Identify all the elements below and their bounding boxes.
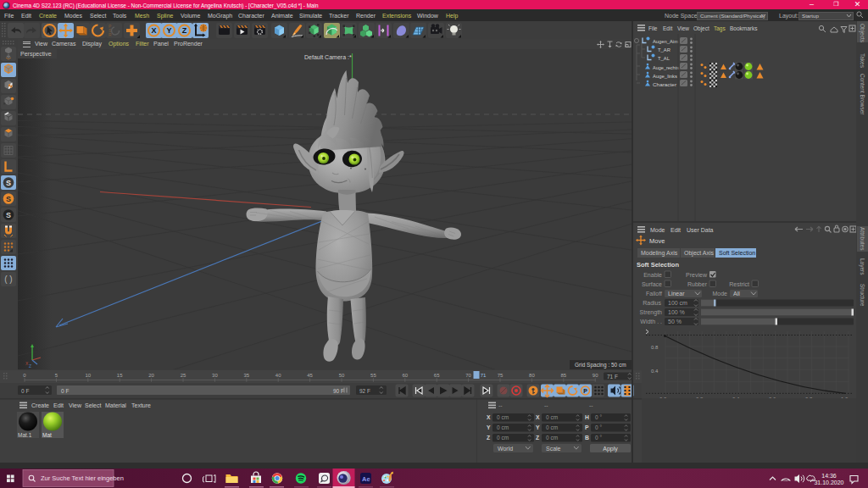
svg-text:Strength: Strength	[640, 309, 663, 316]
svg-text:Zur Suche Text hier eingeben: Zur Suche Text hier eingeben	[41, 474, 124, 482]
svg-text:0.4: 0.4	[651, 369, 659, 374]
svg-text:25: 25	[181, 373, 186, 378]
svg-text:S: S	[6, 195, 11, 203]
svg-text:0 °: 0 °	[595, 435, 602, 441]
svg-text:Rubber: Rubber	[687, 281, 708, 287]
svg-text:0 °: 0 °	[595, 414, 602, 420]
svg-text:Z: Z	[487, 435, 490, 441]
svg-text:85: 85	[560, 373, 566, 378]
svg-text:100 %: 100 %	[668, 309, 685, 315]
svg-text:Radius: Radius	[643, 300, 661, 306]
svg-text:60: 60	[402, 373, 408, 378]
svg-text:Restrict: Restrict	[729, 281, 749, 287]
svg-text:0 F: 0 F	[61, 388, 69, 394]
svg-text:14:36: 14:36	[821, 473, 837, 479]
svg-text:15: 15	[117, 373, 123, 378]
svg-text:--: --	[589, 402, 593, 408]
svg-text:Ae: Ae	[362, 475, 370, 483]
svg-text:75: 75	[498, 373, 504, 378]
svg-text:40: 40	[275, 373, 281, 378]
svg-text:T_AR: T_AR	[658, 47, 670, 53]
svg-text:Width . .: Width . .	[640, 319, 662, 324]
svg-text:--: --	[498, 402, 503, 408]
svg-text:Surface: Surface	[642, 281, 662, 287]
svg-text:92 F: 92 F	[359, 388, 370, 394]
svg-text:Mode: Mode	[650, 227, 665, 233]
svg-text:0 cm: 0 cm	[497, 435, 509, 441]
svg-text:Material: Material	[105, 402, 126, 408]
svg-text:Tags: Tags	[714, 25, 726, 32]
svg-text:0 cm: 0 cm	[497, 424, 509, 430]
svg-text:Create: Create	[31, 402, 49, 408]
svg-text:Z: Z	[182, 26, 187, 35]
svg-text:0 cm: 0 cm	[546, 435, 558, 441]
svg-text:Perspective: Perspective	[20, 51, 52, 58]
svg-text:70: 70	[465, 373, 471, 378]
svg-text:0 cm: 0 cm	[546, 424, 558, 430]
svg-text:( ): ( )	[4, 274, 12, 284]
svg-text:0 cm: 0 cm	[497, 414, 509, 420]
svg-text:Auge_rechts: Auge_rechts	[653, 65, 679, 70]
svg-text:0 F: 0 F	[21, 388, 29, 394]
svg-text:Y: Y	[536, 424, 540, 430]
svg-text:P: P	[583, 388, 587, 394]
svg-text:35: 35	[243, 373, 249, 378]
svg-text:Apply: Apply	[603, 446, 618, 452]
svg-text:0.8: 0.8	[651, 345, 659, 350]
svg-text:Move: Move	[649, 237, 665, 245]
svg-text:Z: Z	[536, 435, 539, 441]
svg-text:Y: Y	[487, 424, 491, 430]
svg-text:50: 50	[339, 373, 345, 378]
svg-text:90 F: 90 F	[333, 388, 344, 394]
svg-text:View: View	[69, 402, 82, 408]
svg-text:Linear: Linear	[668, 291, 685, 297]
svg-text:100 cm: 100 cm	[668, 300, 687, 306]
svg-text:Object: Object	[693, 25, 709, 32]
svg-text:Mat.1: Mat.1	[18, 432, 32, 438]
svg-text:Character: Character	[653, 82, 676, 87]
svg-text:S: S	[6, 211, 11, 219]
svg-text:71: 71	[481, 373, 487, 378]
svg-text:50 %: 50 %	[668, 319, 682, 324]
svg-text:Texture: Texture	[131, 402, 151, 408]
svg-text:Grid Spacing : 50 cm: Grid Spacing : 50 cm	[575, 362, 626, 369]
svg-text:Modeling Axis: Modeling Axis	[641, 250, 678, 257]
svg-text:Soft Selection: Soft Selection	[637, 261, 679, 269]
svg-text:0 cm: 0 cm	[546, 414, 558, 420]
svg-text:H: H	[585, 414, 589, 420]
svg-text:X: X	[487, 414, 491, 420]
svg-text:Preview: Preview	[686, 272, 708, 278]
svg-text:Y: Y	[166, 26, 171, 35]
svg-text:File: File	[648, 25, 658, 31]
svg-text:View: View	[677, 25, 689, 31]
svg-text:Edit: Edit	[663, 25, 672, 31]
svg-text:Enable: Enable	[643, 272, 662, 278]
svg-text:10: 10	[85, 373, 91, 378]
svg-text:Select: Select	[85, 402, 102, 408]
svg-text:Mode: Mode	[712, 291, 727, 297]
svg-text:30: 30	[212, 373, 218, 378]
svg-text:Mat: Mat	[42, 432, 52, 438]
svg-text:All: All	[733, 291, 740, 297]
svg-text:55: 55	[370, 373, 376, 378]
svg-text:Augen_Aim: Augen_Aim	[653, 39, 678, 44]
svg-text:71 F: 71 F	[607, 374, 618, 380]
svg-text:Scale: Scale	[546, 446, 561, 452]
svg-text:Falloff: Falloff	[646, 291, 662, 297]
svg-text:User Data: User Data	[687, 227, 714, 233]
svg-text:90: 90	[593, 373, 598, 378]
svg-text:Bookmarks: Bookmarks	[730, 25, 758, 31]
svg-text:31.10.2020: 31.10.2020	[814, 480, 843, 485]
svg-text:65: 65	[434, 373, 440, 378]
svg-text:T_AL: T_AL	[658, 56, 670, 61]
svg-text:Soft Selection: Soft Selection	[719, 250, 755, 256]
svg-text:World: World	[498, 446, 513, 452]
svg-text:B: B	[585, 435, 589, 441]
svg-text:20: 20	[148, 373, 154, 378]
svg-text:80: 80	[529, 373, 535, 378]
svg-text:X: X	[151, 26, 156, 35]
svg-text:X: X	[536, 414, 540, 420]
svg-text:Default Camera :*: Default Camera :*	[304, 54, 352, 60]
svg-text:S: S	[6, 179, 11, 187]
svg-text:P: P	[585, 424, 589, 430]
